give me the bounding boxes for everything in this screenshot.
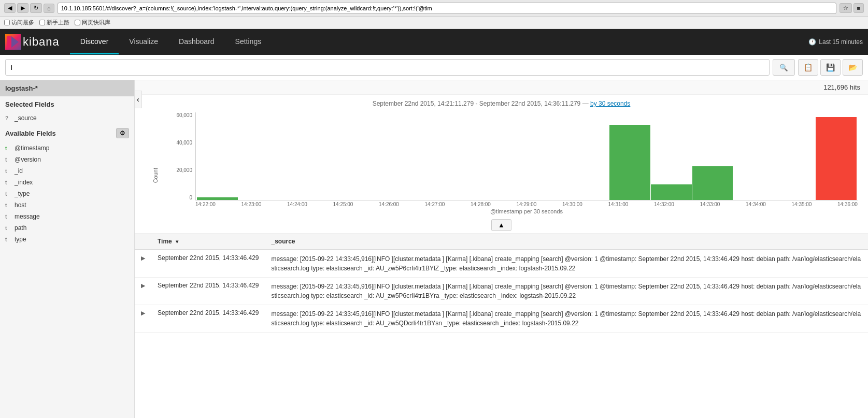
url-bar[interactable] (58, 3, 836, 14)
chart-bar-6 (403, 199, 444, 200)
clock-icon: 🕐 (808, 38, 816, 46)
field-timestamp[interactable]: t @timestamp (0, 142, 134, 154)
main-nav: Discover Visualize Dashboard Settings (70, 30, 272, 54)
chart-bar-9 (527, 199, 568, 200)
field-type-last[interactable]: t type (0, 234, 134, 245)
chart-bar-10 (568, 199, 609, 200)
selected-field-source[interactable]: ? _source (0, 112, 134, 124)
field-index[interactable]: t _index (0, 177, 134, 188)
x-label-15: 14:36:00 (837, 201, 858, 207)
chart-bar-15 (775, 199, 816, 200)
field-name-timestamp: @timestamp (15, 145, 50, 152)
field-name-type-field: _type (15, 190, 30, 197)
back-button[interactable]: ◀ (4, 3, 16, 13)
time-display[interactable]: 🕐 Last 15 minutes (808, 38, 863, 46)
field-version[interactable]: t @version (0, 154, 134, 165)
chart-bar-1[interactable] (197, 197, 238, 200)
field-type[interactable]: t _type (0, 188, 134, 199)
chart-bar-4 (321, 199, 362, 200)
browser-nav-buttons[interactable]: ◀ ▶ ↻ ⌂ (4, 3, 54, 13)
new-search-button[interactable]: 📋 (798, 59, 818, 76)
expand-cell-1[interactable]: ▶ (135, 250, 151, 278)
sidebar: logstash-* Selected Fields ? _source Ava… (0, 80, 135, 418)
y-axis-label: Count (152, 168, 159, 183)
bookmarks-bar: 访问最多 新手上路 网页快讯库 (0, 17, 868, 29)
search-input[interactable] (5, 59, 770, 76)
y-label-60k: 60,000 (171, 112, 192, 118)
chart-bar-5 (362, 199, 403, 200)
collapse-sidebar-button[interactable]: ‹ (135, 91, 142, 108)
table-row: ▶ September 22nd 2015, 14:33:46.429 mess… (135, 278, 868, 305)
bookmark-item-3[interactable]: 网页快讯库 (75, 19, 110, 26)
expand-icon-1[interactable]: ▶ (141, 255, 145, 261)
time-cell-2: September 22nd 2015, 14:33:46.429 (151, 278, 265, 305)
y-label-0: 0 (171, 195, 192, 200)
kibana-logo-svg (7, 36, 19, 48)
interval-link[interactable]: by 30 seconds (590, 100, 630, 107)
forward-button[interactable]: ▶ (17, 3, 29, 13)
field-type-source: ? (5, 116, 11, 121)
bookmark-label-3: 网页快讯库 (82, 19, 110, 26)
table-row: ▶ September 22nd 2015, 14:33:46.429 mess… (135, 305, 868, 333)
content-area: ‹ 121,696 hits September 22nd 2015, 14:2… (135, 80, 868, 418)
search-button[interactable]: 🔍 (773, 59, 795, 76)
refresh-button[interactable]: ↻ (30, 3, 42, 13)
chart-bar-16[interactable] (816, 117, 857, 200)
x-label-14: 14:35:00 (792, 201, 812, 207)
results-table: Time ▾ _source ▶ September 22nd 2015, 14… (135, 234, 868, 333)
table-row: ▶ September 22nd 2015, 14:33:46.429 mess… (135, 250, 868, 278)
x-label-2: 14:23:00 (241, 201, 262, 207)
collapse-chart-button[interactable]: ▲ (491, 219, 511, 231)
bookmark-button[interactable]: ☆ (839, 3, 852, 13)
save-search-button[interactable]: 💾 (820, 59, 841, 76)
field-host[interactable]: t host (0, 199, 134, 211)
bookmark-item-2[interactable]: 新手上路 (39, 19, 69, 26)
table-header: Time ▾ _source (135, 234, 868, 250)
chart-container: September 22nd 2015, 14:21:11.279 - Sept… (135, 95, 868, 217)
col-source: _source (265, 234, 869, 250)
browser-action-buttons[interactable]: ☆ ≡ (839, 3, 864, 13)
bookmark-checkbox-2[interactable] (39, 20, 45, 25)
nav-settings[interactable]: Settings (225, 30, 272, 54)
home-button[interactable]: ⌂ (44, 4, 54, 13)
svg-rect-0 (7, 36, 11, 48)
search-bar-container: 🔍 📋 💾 📂 (0, 55, 868, 80)
chart-bar-14 (733, 199, 774, 200)
field-message[interactable]: t message (0, 211, 134, 222)
available-fields-title: Available Fields (5, 129, 56, 137)
field-path[interactable]: t path (0, 222, 134, 234)
expand-cell-2[interactable]: ▶ (135, 278, 151, 305)
x-label-10: 14:31:00 (608, 201, 629, 207)
bookmark-checkbox-1[interactable] (4, 20, 10, 25)
expand-cell-3[interactable]: ▶ (135, 305, 151, 333)
toolbar-buttons: 📋 💾 📂 (798, 59, 863, 76)
field-name-type-last: type (15, 236, 26, 243)
bookmark-label-2: 新手上路 (47, 19, 69, 26)
expand-icon-3[interactable]: ▶ (141, 310, 145, 316)
field-name-index: _index (15, 179, 33, 186)
field-name-path: path (15, 224, 26, 232)
field-id[interactable]: t _id (0, 165, 134, 177)
chart-bar-7 (445, 199, 486, 200)
field-type-type-last: t (5, 237, 11, 242)
nav-discover[interactable]: Discover (70, 30, 119, 54)
field-name-version: @version (15, 156, 41, 163)
menu-button[interactable]: ≡ (853, 3, 864, 13)
col-time[interactable]: Time ▾ (151, 234, 265, 250)
expand-icon-2[interactable]: ▶ (141, 282, 145, 289)
fields-gear-button[interactable]: ⚙ (116, 128, 129, 138)
col-expand (135, 234, 151, 250)
chart-bar-11[interactable] (609, 125, 650, 200)
chart-bar-13[interactable] (692, 166, 733, 200)
nav-visualize[interactable]: Visualize (119, 30, 168, 54)
field-name-message: message (15, 213, 40, 220)
chart-bars-container[interactable] (195, 112, 858, 200)
stats-bar: 121,696 hits (135, 80, 868, 95)
bookmark-item[interactable]: 访问最多 (4, 19, 34, 26)
nav-dashboard[interactable]: Dashboard (168, 30, 225, 54)
bookmark-label-1: 访问最多 (11, 19, 34, 26)
chart-bar-12[interactable] (651, 184, 692, 200)
bookmark-checkbox-3[interactable] (75, 20, 80, 25)
index-pattern[interactable]: logstash-* (0, 80, 134, 96)
load-search-button[interactable]: 📂 (843, 59, 863, 76)
